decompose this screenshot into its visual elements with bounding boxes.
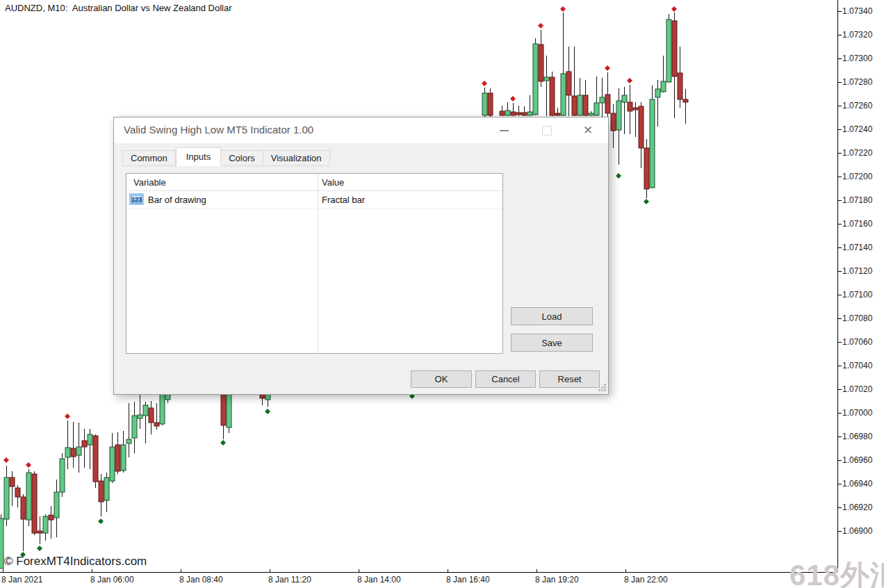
candle-body [644, 148, 649, 189]
candle-body [160, 393, 165, 424]
candle-body [15, 488, 20, 497]
tab-visualization[interactable]: Visualization [263, 150, 330, 166]
candle-body [60, 459, 65, 492]
selected-icon-highlight: 123 [129, 193, 144, 205]
candle-body [149, 408, 154, 423]
ok-button[interactable]: OK [411, 370, 472, 388]
candle-body [655, 89, 660, 97]
indicator-dialog: Valid Swing High Low MT5 Indicator 1.00 … [113, 117, 609, 395]
fractal-up-marker [482, 81, 487, 86]
candle-body [539, 44, 543, 81]
candle-body [104, 477, 109, 500]
price-tick-label: 1.07020 [842, 384, 872, 394]
candle-body [555, 113, 560, 115]
candle-body [600, 97, 605, 103]
tab-common[interactable]: Common [122, 150, 176, 166]
price-tick-label: 1.06920 [842, 503, 872, 512]
minimize-button[interactable] [488, 117, 520, 143]
fractal-up-marker [671, 6, 677, 12]
candle-body [154, 423, 159, 426]
fractal-up-marker [605, 65, 610, 71]
column-header-variable: Variable [133, 177, 166, 188]
price-tick-label: 1.07280 [842, 77, 872, 87]
candle-body [594, 103, 599, 115]
candle-body [4, 477, 9, 519]
parameter-name: Bar of drawing [148, 195, 206, 205]
candle-body [93, 436, 98, 482]
candle-body [516, 113, 521, 115]
price-tick-label: 1.07060 [842, 337, 872, 347]
parameter-row[interactable]: 123Bar of drawingFractal bar [126, 191, 502, 209]
candle-body [605, 95, 610, 113]
fractal-up-marker [510, 96, 516, 101]
parameter-value[interactable]: Fractal bar [322, 195, 365, 205]
candle-body [143, 405, 148, 416]
candle-body [628, 102, 632, 111]
price-tick-label: 1.07040 [842, 361, 872, 370]
tab-colors[interactable]: Colors [221, 150, 263, 166]
maximize-icon [542, 126, 552, 136]
time-tick-label: 8 Jan 16:40 [446, 575, 490, 585]
candle-body [76, 447, 81, 455]
fractal-up-marker [560, 6, 566, 12]
candle-body [533, 44, 538, 115]
inputs-table[interactable]: Variable Value 123Bar of drawingFractal … [126, 173, 503, 354]
candle-body [661, 81, 666, 92]
save-button[interactable]: Save [511, 334, 593, 352]
price-tick-label: 1.07300 [842, 54, 872, 63]
candle-body [500, 111, 505, 115]
candle-body [0, 518, 3, 569]
candle-body [683, 99, 688, 102]
candle-body [622, 95, 627, 102]
numeric-parameter-icon: 123 [131, 195, 142, 204]
price-tick-label: 1.07320 [842, 30, 872, 40]
candle-body [43, 516, 48, 533]
price-tick-label: 1.06900 [842, 526, 872, 536]
candle-body [99, 481, 104, 502]
chart-symbol-title: AUDNZD, M10: Australian Dollar vs New Ze… [5, 3, 232, 13]
candle-body [672, 21, 677, 76]
fractal-up-marker [65, 414, 70, 419]
price-tick-label: 1.07340 [842, 6, 872, 16]
dialog-titlebar[interactable]: Valid Swing High Low MT5 Indicator 1.00 … [114, 117, 608, 143]
candle-body [26, 473, 31, 520]
candle-body [505, 111, 510, 115]
candle-body [578, 95, 582, 115]
price-tick-label: 1.07080 [842, 313, 872, 323]
candle-body [82, 441, 87, 447]
time-tick-label: 8 Jan 08:40 [179, 575, 223, 585]
candle-body [650, 99, 655, 188]
resize-grip-icon[interactable] [598, 384, 606, 392]
price-tick-label: 1.07140 [842, 243, 872, 252]
candle-body [49, 515, 54, 520]
load-button[interactable]: Load [511, 307, 593, 325]
candle-body [589, 113, 594, 115]
candle-body [566, 72, 571, 95]
minimize-icon [500, 130, 509, 131]
time-tick-label: 8 Jan 22:00 [624, 575, 668, 585]
fractal-up-marker [26, 462, 31, 468]
time-tick-label: 8 Jan 06:00 [90, 575, 134, 585]
candle-body [633, 108, 638, 110]
fractal-up-marker [538, 23, 543, 28]
candle-body [65, 448, 70, 457]
candle-body [88, 434, 92, 445]
fractal-up-marker [627, 78, 632, 83]
dialog-tabstrip: CommonInputsColorsVisualization [122, 149, 330, 166]
maximize-button[interactable] [531, 117, 563, 143]
cancel-button[interactable]: Cancel [475, 370, 536, 388]
reset-button[interactable]: Reset [539, 370, 600, 388]
candle-body [10, 477, 15, 487]
fractal-down-marker [265, 409, 270, 414]
candle-body [583, 95, 588, 115]
price-tick-label: 1.07160 [842, 219, 872, 229]
price-tick-label: 1.07100 [842, 290, 872, 300]
price-tick-label: 1.06980 [842, 432, 872, 441]
candle-body [126, 439, 131, 443]
fractal-down-marker [616, 173, 621, 179]
close-button[interactable]: ✕ [572, 117, 604, 143]
time-tick-label: 8 Jan 19:20 [535, 575, 579, 585]
fractal-down-marker [220, 440, 226, 446]
candle-body [71, 448, 76, 457]
tab-inputs[interactable]: Inputs [176, 147, 221, 166]
